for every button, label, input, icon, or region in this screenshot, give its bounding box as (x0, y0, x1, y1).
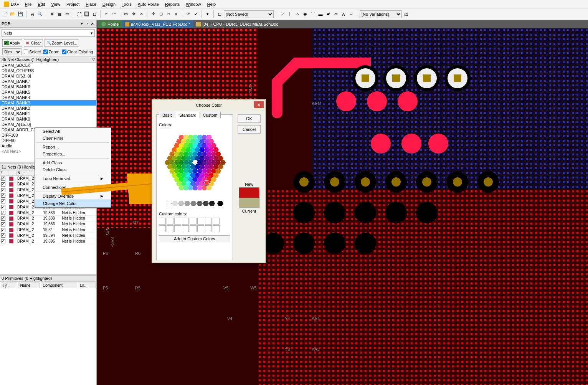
align-icon[interactable]: ≡ (173, 11, 180, 18)
net-color-swatch[interactable] (9, 211, 13, 215)
board-icon[interactable]: ▭ (64, 11, 71, 18)
net-color-swatch[interactable] (9, 205, 13, 209)
stack-icon[interactable]: ▦ (56, 11, 63, 18)
zoom-area-icon[interactable]: 🔲 (83, 11, 90, 18)
tab-basic[interactable]: Basic (159, 112, 176, 118)
menu-file[interactable]: File (22, 2, 35, 7)
net-checkbox[interactable] (1, 188, 5, 192)
region-icon[interactable]: ▱ (332, 11, 339, 18)
ok-button[interactable]: OK (238, 114, 261, 123)
fill-icon[interactable]: ▬ (317, 11, 324, 18)
net-color-swatch[interactable] (9, 228, 13, 232)
col-swatch[interactable] (8, 170, 17, 176)
net-color-swatch[interactable] (9, 239, 13, 243)
net-class-row[interactable]: DRAM_BANK6 (0, 84, 96, 89)
comp-icon[interactable]: ◻ (216, 11, 223, 18)
arc-icon[interactable]: ⌒ (309, 11, 316, 18)
net-checkbox[interactable] (1, 193, 5, 198)
custom-slot[interactable] (213, 225, 220, 232)
net-color-swatch[interactable] (9, 177, 13, 181)
net-class-row[interactable]: DRAM_SDCLK (0, 63, 96, 68)
select-icon[interactable]: ▭ (122, 11, 129, 18)
net-row[interactable]: DRAM_ 219.839Net is Hidden (0, 216, 96, 221)
gray-cell[interactable] (209, 201, 215, 206)
gray-cell[interactable] (184, 201, 190, 206)
dim-icon[interactable]: ↔ (348, 11, 355, 18)
black-cell[interactable] (217, 201, 223, 206)
gray-cell[interactable] (197, 201, 203, 206)
diff-pair-icon[interactable]: ∥ (286, 11, 293, 18)
net-class-row[interactable]: DRAM_BANK4 (0, 95, 96, 100)
custom-slot[interactable] (167, 225, 173, 232)
custom-slot[interactable] (213, 218, 220, 225)
context-item[interactable]: Clear Filter (35, 135, 111, 142)
net-class-row[interactable]: DRAM_D[63..0] (0, 73, 96, 79)
menu-help[interactable]: Help (204, 2, 219, 7)
move-icon[interactable]: ✥ (130, 11, 137, 18)
net-color-swatch[interactable] (9, 193, 13, 198)
tab-standard[interactable]: Standard (176, 112, 200, 118)
zoom-fit-icon[interactable]: ⛶ (76, 11, 83, 18)
net-class-row[interactable]: DRAM_BANK3 (0, 100, 96, 106)
gray-cell[interactable] (166, 201, 172, 206)
string-icon[interactable]: A (340, 11, 347, 18)
sort-icon[interactable]: ▽ (92, 57, 95, 62)
gray-cell[interactable] (190, 201, 197, 206)
custom-slot[interactable] (182, 218, 189, 225)
net-row[interactable]: DRAM_ 219.895Net is Hidden (0, 238, 96, 244)
layers-icon[interactable]: ≣ (48, 11, 55, 18)
custom-slot[interactable] (190, 225, 197, 232)
custom-slot[interactable] (159, 225, 166, 232)
custom-colors-grid[interactable] (159, 218, 230, 232)
grayscale-row[interactable] (159, 201, 230, 206)
net-color-swatch[interactable] (9, 188, 13, 192)
menu-window[interactable]: Window (183, 2, 204, 7)
refresh-icon[interactable]: ⟳ (185, 11, 192, 18)
custom-slot[interactable] (167, 218, 173, 225)
net-class-row[interactable]: DRAM_BANK0 (0, 116, 96, 122)
menu-place[interactable]: Place (83, 2, 99, 7)
clear-button[interactable]: ✖Clear (24, 39, 43, 47)
menu-project[interactable]: Project (63, 2, 83, 7)
zoom-checkbox[interactable]: Zoom (43, 50, 59, 54)
context-item[interactable]: Properties... (35, 150, 111, 157)
net-checkbox[interactable] (1, 222, 5, 226)
undo-icon[interactable]: ↶ (103, 11, 110, 18)
panel-pin-icon[interactable]: ▪ (85, 21, 89, 26)
context-item[interactable]: Select All (35, 128, 111, 135)
net-class-row[interactable]: DRAM_BANK5 (0, 89, 96, 95)
poly-icon[interactable]: ▰ (325, 11, 332, 18)
net-class-row[interactable]: DRAM_BANK7 (0, 79, 96, 84)
choose-color-dialog[interactable]: Choose Color ✕ Basic Standard Custom Col… (152, 99, 266, 263)
print-icon[interactable]: 🖨 (29, 11, 36, 18)
panel-close-icon[interactable]: ✕ (90, 21, 95, 26)
pad-icon[interactable]: ◉ (302, 11, 309, 18)
custom-slot[interactable] (205, 225, 212, 232)
net-checkbox[interactable] (1, 211, 5, 215)
context-item[interactable]: Report... (35, 144, 111, 150)
via-icon[interactable]: ○ (294, 11, 301, 18)
deselect-icon[interactable]: ✕ (138, 11, 145, 18)
net-color-swatch[interactable] (9, 222, 13, 226)
gray-cell[interactable] (172, 201, 178, 206)
zoom-level-button[interactable]: 🔍Zoom Level... (45, 39, 79, 47)
context-item[interactable]: Connections▶ (35, 184, 111, 191)
context-item[interactable]: Display Override▶ (35, 193, 111, 200)
select-checkbox[interactable]: Select (24, 50, 41, 54)
net-checkbox[interactable] (1, 205, 5, 209)
color-hexagon[interactable] (162, 135, 227, 196)
add-custom-button[interactable]: Add to Custom Colors (159, 235, 230, 242)
route-icon[interactable]: ⟋ (279, 11, 286, 18)
tab-schdoc[interactable]: [04] - CPU - DDR3, DDR3 MEM.SchDoc (193, 20, 281, 28)
rules-icon[interactable]: ✔ (192, 11, 199, 18)
net-checkbox[interactable] (1, 182, 5, 187)
dialog-titlebar[interactable]: Choose Color ✕ (152, 100, 265, 111)
doc-status-dropdown[interactable]: (Not Saved) (224, 10, 274, 18)
nets-mode-dropdown[interactable]: Nets ▾ (2, 29, 95, 37)
net-checkbox[interactable] (1, 216, 5, 221)
menu-edit[interactable]: Edit (35, 2, 48, 7)
variations-dropdown[interactable]: [No Variations] (360, 10, 402, 18)
net-checkbox[interactable] (1, 233, 5, 238)
primitives-table[interactable]: Ty... Name Component La... (0, 281, 96, 385)
browse-icon[interactable]: ▾ (204, 11, 211, 18)
